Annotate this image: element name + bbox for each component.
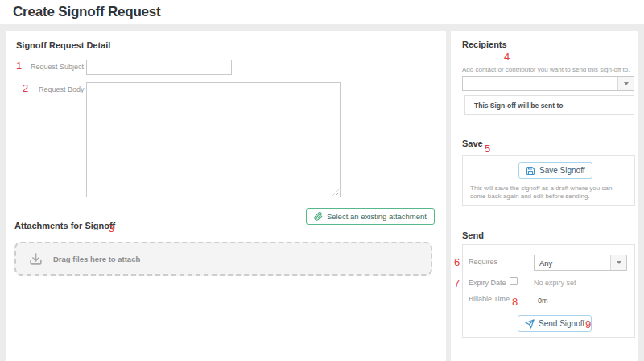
paperclip-icon (314, 212, 323, 221)
drag-drop-label: Drag files here to attach (53, 255, 140, 263)
annotation-7: 7 (454, 277, 460, 289)
save-box: Save Signoff This will save the signoff … (462, 155, 635, 206)
requires-select-value: Any (535, 259, 552, 268)
billable-time-label: Billable Time (469, 295, 510, 303)
signoff-detail-panel: Signoff Request Detail 1 Request Subject… (6, 31, 446, 361)
section-title-recipients: Recipients (462, 39, 507, 49)
send-signoff-label: Send Signoff (539, 319, 584, 328)
recipient-select[interactable] (462, 76, 634, 91)
paper-plane-icon (525, 319, 535, 329)
page-title: Create Signoff Request (13, 4, 161, 20)
chevron-down-icon[interactable] (610, 255, 626, 270)
select-attachment-label: Select an existing attachment (327, 212, 427, 221)
floppy-disk-icon (526, 166, 535, 176)
recipients-help-text: Add contact or contributor you want to s… (462, 66, 630, 73)
section-title-send: Send (462, 230, 484, 240)
annotation-8: 8 (512, 296, 518, 308)
annotation-3: 3 (109, 222, 114, 234)
request-body-label: Request Body (39, 85, 85, 93)
expiry-date-checkbox[interactable] (510, 277, 518, 285)
request-subject-label: Request Subject (31, 63, 84, 71)
annotation-2: 2 (23, 82, 28, 94)
request-body-textarea[interactable] (86, 82, 341, 197)
request-subject-input[interactable] (86, 60, 232, 75)
sent-to-box: This Sign-off will be sent to (464, 95, 634, 115)
save-signoff-button[interactable]: Save Signoff (518, 162, 592, 179)
drag-drop-area[interactable]: Drag files here to attach (14, 242, 432, 276)
send-signoff-button[interactable]: Send Signoff (518, 315, 592, 332)
requires-select[interactable]: Any (534, 255, 627, 271)
annotation-4: 4 (504, 51, 510, 63)
annotation-1: 1 (16, 60, 22, 72)
expiry-value: No expiry set (534, 279, 576, 287)
requires-label: Requires (469, 258, 497, 266)
section-title-detail: Signoff Request Detail (16, 40, 110, 50)
annotation-5: 5 (485, 143, 490, 155)
expiry-date-label: Expiry Date (469, 279, 506, 287)
save-description: This will save the signoff as a draft wh… (470, 185, 630, 201)
page-header: Create Signoff Request (0, 0, 644, 24)
chevron-down-icon[interactable] (617, 77, 634, 90)
section-title-save: Save (462, 139, 483, 148)
save-signoff-label: Save Signoff (539, 166, 585, 175)
billable-time-value: 0m (538, 297, 548, 305)
annotation-6: 6 (454, 256, 460, 268)
signoff-actions-panel: Recipients 4 Add contact or contributor … (451, 31, 638, 361)
select-attachment-button[interactable]: Select an existing attachment (306, 208, 435, 225)
sent-to-label: This Sign-off will be sent to (474, 102, 564, 110)
section-title-attachments: Attachments for Signoff (14, 221, 115, 230)
annotation-9: 9 (585, 318, 591, 330)
download-tray-icon (29, 252, 43, 266)
